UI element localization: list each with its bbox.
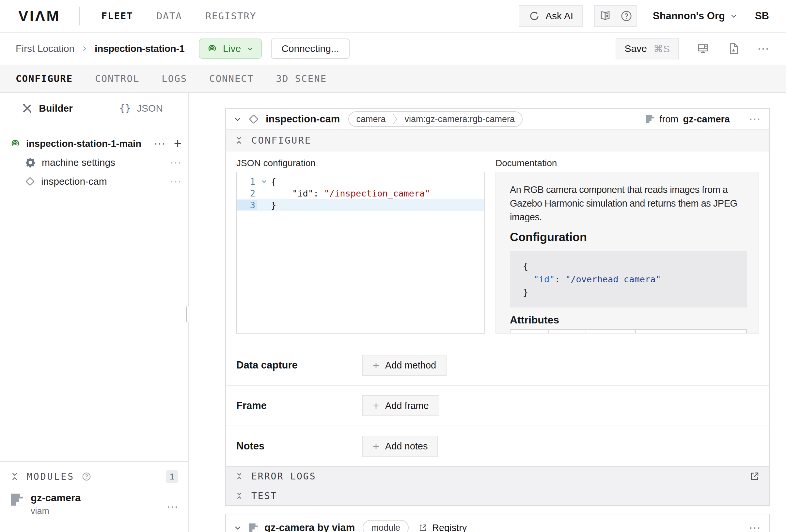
docs-button[interactable] (595, 6, 616, 26)
active-code-line: 3 } (237, 199, 484, 211)
frame-section: Frame + Add frame (226, 385, 769, 425)
component-type-tag: camera viam:gz-camera:rgb-camera (348, 111, 523, 127)
component-diamond-icon (248, 114, 259, 125)
help-icon[interactable] (82, 471, 91, 481)
configure-section-bar[interactable]: CONFIGURE (226, 129, 769, 152)
component-diamond-icon (25, 176, 35, 187)
module-card-title: gz-camera by viam (264, 522, 355, 532)
machine-header: First Location inspection-station-1 Live… (0, 33, 786, 65)
module-card-more-menu[interactable]: ⋯ (749, 522, 761, 532)
from-module-name[interactable]: gz-camera (683, 114, 730, 125)
json-mode-tab[interactable]: {} JSON (94, 102, 188, 114)
config-sidebar: Builder {} JSON inspection-station-1-mai… (0, 93, 189, 532)
collapse-chevron-icon[interactable] (233, 523, 242, 532)
add-notes-button[interactable]: + Add notes (362, 436, 438, 457)
chevron-down-icon (246, 45, 254, 52)
add-frame-button[interactable]: + Add frame (362, 395, 439, 416)
braces-icon: {} (119, 102, 131, 114)
top-nav: VIΛM FLEET DATA REGISTRY Ask AI (0, 0, 786, 33)
open-logs-external-icon[interactable] (749, 471, 760, 481)
tree-item-inspection-cam[interactable]: inspection-cam ⋯ (10, 172, 182, 191)
component-name: inspection-cam (266, 113, 340, 125)
add-component-button[interactable]: + (174, 137, 182, 150)
help-button-group (594, 5, 637, 27)
org-switcher[interactable]: Shannon's Org (653, 10, 738, 22)
builder-mode-tab[interactable]: Builder (0, 102, 94, 114)
gear-icon (25, 157, 36, 168)
chevron-down-icon (730, 12, 738, 20)
live-broadcast-icon (207, 43, 218, 54)
nav-tab-fleet[interactable]: FLEET (101, 10, 133, 22)
ask-ai-button[interactable]: Ask AI (519, 5, 583, 27)
plus-icon: + (373, 360, 379, 371)
connecting-button[interactable]: Connecting... (271, 39, 350, 59)
documentation-panel: An RGB camera component that reads image… (495, 172, 759, 333)
attributes-heading: Attributes (510, 314, 747, 326)
documentation-body: An RGB camera component that reads image… (510, 183, 747, 224)
machine-monitor-icon[interactable] (697, 42, 710, 55)
sidebar-resize-handle[interactable] (186, 306, 190, 322)
registry-link[interactable]: Registry (418, 523, 467, 532)
notes-section: Notes + Add notes (226, 425, 769, 466)
tab-3d-scene[interactable]: 3D SCENE (276, 73, 327, 84)
viam-logo[interactable]: VIΛM (18, 7, 60, 25)
json-config-editor[interactable]: 1 { 2 "i (236, 172, 485, 333)
tab-configure[interactable]: CONFIGURE (16, 73, 73, 84)
machine-more-menu[interactable]: ⋯ (757, 43, 769, 54)
module-icon (10, 492, 24, 507)
from-label: from (660, 114, 678, 125)
module-icon (248, 523, 258, 532)
plus-icon: + (373, 400, 379, 411)
live-status-dropdown[interactable]: Live (199, 39, 262, 59)
tab-connect[interactable]: CONNECT (209, 73, 254, 84)
external-link-icon (418, 523, 427, 532)
tab-control[interactable]: CONTROL (95, 73, 139, 84)
module-icon (645, 114, 655, 124)
module-tag: module (363, 520, 409, 532)
collapse-chevron-icon[interactable] (233, 115, 242, 124)
machine-settings-more-menu[interactable]: ⋯ (170, 157, 182, 168)
part-more-menu[interactable]: ⋯ (154, 138, 165, 149)
book-icon (599, 10, 611, 22)
collapse-icon (235, 491, 244, 500)
tree-item-machine-main[interactable]: inspection-station-1-main ⋯ + (10, 134, 182, 153)
tag-divider (393, 114, 397, 125)
nav-tab-registry[interactable]: REGISTRY (206, 10, 257, 22)
error-logs-bar[interactable]: ERROR LOGS (226, 466, 769, 486)
test-bar[interactable]: TEST (226, 486, 769, 505)
nav-tab-data[interactable]: DATA (157, 10, 182, 22)
module-card-gz-camera: gz-camera by viam module Registry ⋯ (225, 514, 770, 532)
component-more-menu[interactable]: ⋯ (749, 113, 761, 125)
configuration-heading: Configuration (510, 230, 747, 244)
module-more-menu[interactable]: ⋯ (166, 501, 178, 513)
save-button[interactable]: Save ⌘S (616, 38, 679, 60)
collapse-icon[interactable] (10, 471, 20, 481)
sparkle-refresh-icon (529, 10, 540, 22)
machine-part-live-icon (10, 138, 21, 149)
data-capture-section: Data capture + Add method (226, 345, 769, 385)
help-icon (620, 10, 632, 22)
save-shortcut: ⌘S (653, 43, 670, 54)
plus-icon: + (373, 441, 379, 452)
avatar[interactable]: SB (755, 10, 769, 22)
breadcrumb-location[interactable]: First Location (16, 43, 74, 54)
module-list-item[interactable]: gz-camera viam ⋯ (10, 492, 178, 516)
modules-section: MODULES 1 gz-camera viam ⋯ (0, 461, 188, 532)
report-document-icon[interactable] (727, 42, 740, 55)
help-button[interactable] (616, 6, 637, 26)
documentation-label: Documentation (495, 158, 759, 168)
chevron-right-icon (80, 44, 89, 53)
tab-logs[interactable]: LOGS (162, 73, 187, 84)
fold-chevron-icon[interactable] (260, 178, 268, 185)
inspection-cam-more-menu[interactable]: ⋯ (170, 176, 182, 187)
add-method-button[interactable]: + Add method (362, 355, 446, 376)
attributes-table (510, 329, 747, 333)
component-card-inspection-cam: inspection-cam camera viam:gz-camera:rgb… (225, 108, 770, 506)
machine-part-name: inspection-station-1-main (26, 138, 141, 149)
documentation-code-block: { "id": "/overhead_camera" } (510, 251, 747, 307)
tree-item-machine-settings[interactable]: machine settings ⋯ (10, 153, 182, 172)
machine-tabbar: CONFIGURE CONTROL LOGS CONNECT 3D SCENE (0, 65, 786, 93)
modules-count-badge: 1 (166, 470, 178, 483)
builder-tools-icon (21, 102, 33, 114)
collapse-icon (235, 472, 244, 481)
